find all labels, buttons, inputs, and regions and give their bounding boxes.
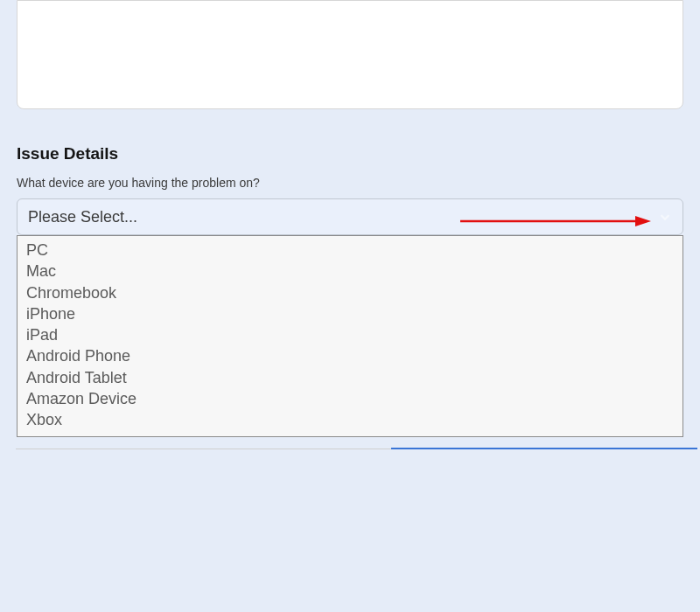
previous-card-bottom xyxy=(17,0,683,109)
device-dropdown-list[interactable]: PC Mac Chromebook iPhone iPad Android Ph… xyxy=(17,235,683,437)
chevron-down-icon xyxy=(658,210,672,224)
dropdown-option-xbox[interactable]: Xbox xyxy=(26,409,674,430)
dropdown-option-android-phone[interactable]: Android Phone xyxy=(26,345,674,366)
dropdown-option-android-tablet[interactable]: Android Tablet xyxy=(26,367,674,388)
dropdown-option-ipad[interactable]: iPad xyxy=(26,324,674,345)
dropdown-option-chromebook[interactable]: Chromebook xyxy=(26,282,674,303)
section-title: Issue Details xyxy=(17,144,683,163)
divider-line xyxy=(16,449,392,449)
dropdown-option-iphone[interactable]: iPhone xyxy=(26,303,674,324)
dropdown-option-amazon-device[interactable]: Amazon Device xyxy=(26,388,674,409)
device-field-label: What device are you having the problem o… xyxy=(17,176,683,190)
dropdown-option-mac[interactable]: Mac xyxy=(26,261,674,282)
accent-underline xyxy=(391,448,697,449)
device-select[interactable]: Please Select... xyxy=(17,198,683,235)
issue-details-section: Issue Details What device are you having… xyxy=(17,144,683,437)
select-placeholder: Please Select... xyxy=(28,208,658,226)
dropdown-option-pc[interactable]: PC xyxy=(26,240,674,261)
